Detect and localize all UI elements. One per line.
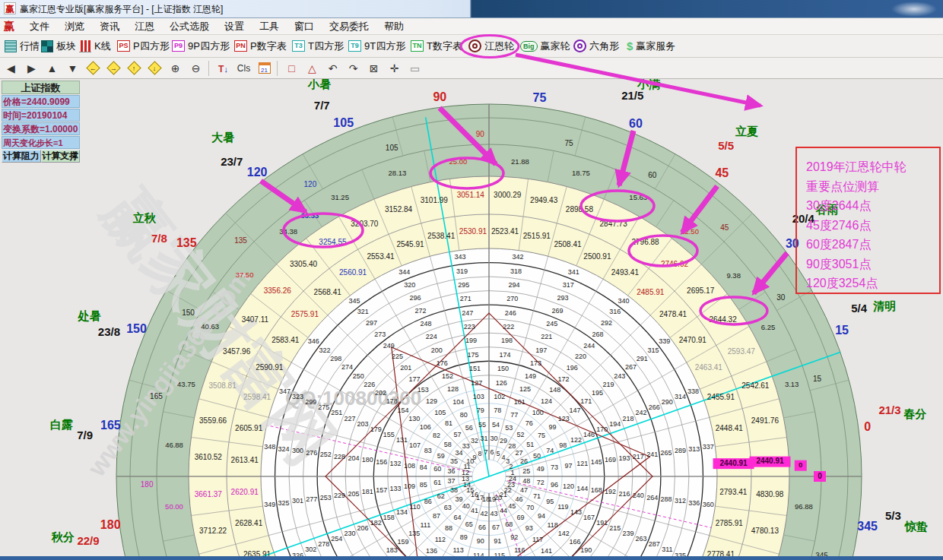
svg-text:107: 107 [409, 441, 421, 449]
svg-text:275: 275 [318, 403, 329, 411]
svg-text:200: 200 [431, 346, 443, 354]
menu-item-4[interactable]: 江恩 [127, 20, 162, 33]
delete-box-icon[interactable]: ⊠ [364, 60, 383, 77]
9p-square-button[interactable]: P99P四方形 [172, 35, 230, 57]
svg-text:57: 57 [453, 431, 461, 438]
menu-item-6[interactable]: 设置 [217, 20, 252, 33]
svg-text:37.50: 37.50 [236, 271, 254, 279]
svg-text:15: 15 [813, 375, 822, 383]
market-quotes-button[interactable]: 行情 [5, 35, 40, 57]
svg-text:105: 105 [333, 116, 354, 129]
svg-text:171: 171 [580, 397, 592, 405]
p-number-table-button[interactable]: PNP数字表 [234, 35, 287, 57]
svg-text:秋分: 秋分 [51, 530, 75, 543]
price-axis-icon[interactable]: T↓ [214, 60, 233, 77]
svg-text:201: 201 [400, 364, 411, 372]
svg-text:228: 228 [334, 453, 345, 460]
svg-text:112: 112 [435, 536, 446, 543]
t-number-table-button[interactable]: TNT数字表 [411, 35, 462, 57]
symbol-name: 上证指数 [2, 81, 80, 94]
svg-text:325: 325 [278, 499, 290, 507]
callout-line-6: 90度3051点 [806, 255, 939, 274]
gann-wheel-button[interactable]: 江恩轮 [468, 35, 514, 57]
svg-text:88: 88 [445, 524, 452, 532]
9t-square-button[interactable]: T99T四方形 [348, 35, 405, 57]
fit-scale-icon[interactable]: ✛ [385, 60, 404, 77]
svg-text:3712.22: 3712.22 [199, 527, 227, 535]
pan-right-icon[interactable]: → [104, 60, 123, 77]
svg-text:2949.43: 2949.43 [530, 196, 558, 204]
svg-text:190: 190 [580, 546, 592, 554]
svg-text:143: 143 [570, 508, 582, 516]
svg-text:290: 290 [662, 398, 673, 406]
svg-text:323: 323 [292, 393, 303, 400]
svg-text:217: 217 [633, 453, 644, 460]
cls-button[interactable]: Cls [234, 60, 253, 77]
svg-text:7/8: 7/8 [151, 232, 167, 245]
svg-text:241: 241 [646, 451, 658, 458]
zoom-in-icon[interactable]: ⊕ [166, 60, 185, 77]
menu-item-7[interactable]: 工具 [252, 20, 287, 33]
svg-text:167: 167 [583, 514, 595, 521]
gann-wheel-chart[interactable]: 赢家财富网www.yingjia360.comQQ:10080036012345… [0, 79, 943, 560]
menu-item-9[interactable]: 交易委托 [322, 20, 376, 33]
winner-service-button[interactable]: $赢家服务 [627, 35, 675, 57]
calc-resistance-button[interactable]: 计算阻力 [2, 150, 41, 163]
svg-text:75: 75 [538, 432, 545, 439]
triangle-tool-icon[interactable]: △ [303, 60, 322, 77]
svg-text:60: 60 [629, 117, 643, 130]
rotate-ccw-icon[interactable]: ↶ [323, 60, 342, 77]
pan-down-icon[interactable]: ↓ [145, 60, 164, 77]
pointer-down-icon[interactable]: ▼ [63, 60, 82, 77]
svg-text:165: 165 [150, 392, 163, 400]
svg-text:297: 297 [366, 319, 377, 327]
menu-item-5[interactable]: 公式选股 [162, 20, 217, 33]
menu-item-8[interactable]: 窗口 [287, 20, 322, 33]
t-square-button[interactable]: T3T四方形 [292, 35, 344, 57]
svg-text:313: 313 [688, 445, 700, 453]
svg-text:274: 274 [341, 363, 353, 371]
prev-arrow-icon[interactable]: ◀ [2, 60, 21, 77]
svg-text:146: 146 [583, 431, 595, 438]
p-square-button[interactable]: PSP四方形 [117, 35, 170, 57]
svg-text:215: 215 [609, 524, 621, 532]
svg-text:242: 242 [636, 409, 647, 416]
sectors-button[interactable]: 板块 [41, 35, 76, 57]
svg-text:302: 302 [305, 546, 316, 553]
svg-text:246: 246 [505, 309, 516, 317]
pan-up-icon[interactable]: ↑ [125, 60, 144, 77]
pointer-up-icon[interactable]: ▲ [43, 60, 62, 77]
svg-text:96.88: 96.88 [795, 502, 813, 511]
svg-text:224: 224 [426, 333, 437, 340]
calc-support-button[interactable]: 计算支撑 [41, 150, 81, 163]
rotate-cw-icon[interactable]: ↷ [344, 60, 363, 77]
square-tool-icon[interactable]: □ [282, 60, 301, 77]
menu-item-10[interactable]: 帮助 [376, 20, 411, 33]
zoom-out-icon[interactable]: ⊖ [186, 60, 205, 77]
svg-text:23/7: 23/7 [221, 155, 243, 168]
svg-text:2560.91: 2560.91 [339, 268, 367, 277]
menu-item-2[interactable]: 浏览 [57, 20, 92, 33]
kline-button[interactable]: K线 [79, 35, 111, 57]
hexagon-button[interactable]: 六角形 [573, 35, 619, 57]
presentation-icon[interactable]: ▭ [405, 60, 424, 77]
winner-wheel-button[interactable]: Big赢家轮 [520, 35, 570, 57]
svg-text:2796.88: 2796.88 [631, 238, 659, 246]
svg-text:81: 81 [445, 419, 452, 427]
svg-text:18.75: 18.75 [572, 169, 590, 177]
svg-text:273: 273 [374, 331, 386, 338]
pan-left-icon[interactable]: ← [84, 60, 103, 77]
menu-item-1[interactable]: 文件 [22, 20, 57, 33]
t-number-table-button-label: T数字表 [427, 40, 462, 53]
svg-text:2620.91: 2620.91 [231, 488, 259, 496]
svg-text:0: 0 [818, 472, 822, 480]
titlebar-glow [891, 2, 937, 17]
calendar-icon[interactable]: 21 [255, 60, 274, 77]
svg-text:250: 250 [353, 372, 364, 380]
svg-text:48: 48 [522, 477, 530, 485]
svg-text:45: 45 [715, 166, 729, 179]
menu-item-3[interactable]: 资讯 [92, 20, 127, 33]
next-arrow-icon[interactable]: ▶ [22, 60, 41, 77]
svg-text:113: 113 [452, 546, 463, 554]
svg-text:105: 105 [434, 409, 446, 416]
